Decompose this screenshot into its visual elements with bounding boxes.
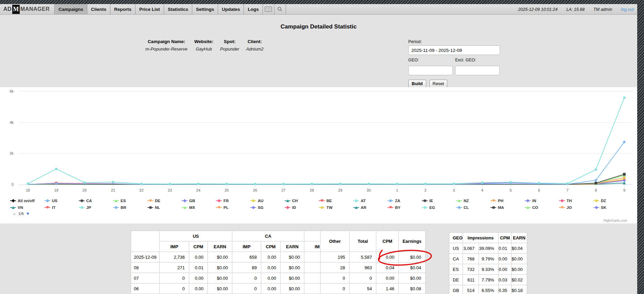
chart-point[interactable] [169, 183, 171, 185]
search-button[interactable] [274, 4, 286, 14]
geo-cell: US [449, 243, 463, 254]
diamond-marker-icon [389, 199, 392, 202]
chart-point[interactable] [623, 173, 626, 176]
chart-point[interactable] [424, 182, 427, 185]
legend-item-at[interactable]: AT [353, 198, 388, 203]
tab-updates[interactable]: Updates [218, 4, 244, 14]
legend-item-br[interactable]: BR [113, 204, 147, 210]
value-cell: 9.79% [479, 254, 498, 264]
legend-item-in[interactable]: IN [525, 198, 559, 203]
legend-item-ma[interactable]: MA [490, 204, 525, 210]
legend-label: SG [258, 205, 264, 210]
legend-item-de[interactable]: DE [147, 198, 182, 203]
legend-line [319, 207, 325, 208]
legend-item-pl[interactable]: PL [216, 204, 250, 210]
chart-point[interactable] [509, 181, 512, 183]
chart-point[interactable] [311, 183, 313, 185]
chart-point[interactable] [55, 168, 57, 170]
legend-page-down-icon[interactable]: ▼ [26, 211, 30, 216]
legend-item-jo[interactable]: JO [559, 204, 593, 210]
legend-item-vn[interactable]: VN [10, 204, 44, 210]
diamond-marker-icon [183, 199, 186, 202]
chart-point[interactable] [27, 182, 29, 185]
legend-item-ar[interactable]: AR [353, 204, 388, 210]
la-value: LA: 15.68 [566, 7, 585, 12]
period-input[interactable] [408, 45, 500, 55]
legend-item-th[interactable]: TH [559, 198, 593, 203]
chart-point[interactable] [566, 182, 569, 185]
build-button[interactable]: Build [408, 80, 426, 87]
chart-point[interactable] [481, 181, 483, 184]
value-cell: 0.01 [498, 243, 511, 254]
tab-reports[interactable]: Reports [110, 4, 136, 14]
legend-item-ch[interactable]: CH [285, 198, 319, 203]
legend-line [319, 200, 325, 201]
legend-item-fr[interactable]: FR [216, 198, 250, 203]
value-cell: 0 [232, 273, 261, 283]
legend-item-cl[interactable]: CL [456, 204, 490, 210]
legend-item-ca[interactable]: CA [79, 198, 113, 203]
legend-item-tw[interactable]: TW [319, 204, 353, 210]
chart-point[interactable] [538, 182, 540, 184]
table-row: DE6117.79%0.03$0.02 [449, 275, 527, 285]
chart-point[interactable] [595, 169, 597, 171]
legend-item-it[interactable]: IT [44, 204, 79, 210]
chart-point[interactable] [254, 183, 256, 185]
legend-item-mx[interactable]: MX [182, 204, 216, 210]
chart-point[interactable] [339, 182, 341, 185]
legend-item-nl[interactable]: NL [147, 204, 182, 210]
legend-item-nz[interactable]: NZ [456, 198, 490, 203]
legend-page-up-icon[interactable]: ▲ [12, 211, 16, 216]
legend-item-ph[interactable]: PH [490, 198, 525, 203]
chart-point[interactable] [282, 183, 285, 185]
chart-point[interactable] [140, 182, 143, 185]
legend-item-sk[interactable]: SK [593, 204, 628, 210]
chart-point[interactable] [453, 182, 455, 185]
legend-item-jp[interactable]: JP [79, 204, 113, 210]
legend-item-sg[interactable]: SG [250, 204, 285, 210]
legend-item-us[interactable]: US [44, 198, 79, 203]
value-cell: 0.00 [498, 254, 511, 264]
chart-point[interactable] [368, 182, 370, 185]
legend-item-za[interactable]: ZA [388, 198, 422, 203]
reset-button[interactable]: Reset [429, 80, 448, 87]
legend-item-by[interactable]: BY [388, 204, 422, 210]
tab-campaigns[interactable]: Campaigns [54, 4, 87, 14]
legend-item-eg[interactable]: EG [422, 204, 456, 210]
legend-line [182, 207, 187, 208]
chart-point[interactable] [197, 182, 199, 185]
legend-item-be[interactable]: BE [319, 198, 353, 203]
chart-point[interactable] [623, 96, 626, 99]
y-axis-label: 6k [10, 89, 14, 93]
circle-marker-icon [80, 206, 83, 209]
chart-point[interactable] [594, 182, 597, 184]
tab-statistics[interactable]: Statistics [164, 4, 192, 14]
tab-logs[interactable]: Logs [244, 4, 263, 14]
legend-item-dz[interactable]: DZ [593, 198, 628, 203]
chart-point[interactable] [226, 183, 228, 185]
value-cell: 963 [350, 262, 376, 273]
value-cell: 0.01 [189, 262, 208, 273]
tab-price-list[interactable]: Price List [136, 4, 164, 14]
legend-line [422, 207, 428, 208]
legend-item-es[interactable]: ES [113, 198, 147, 203]
legend-item-all-on-off[interactable]: All on/off [10, 198, 44, 203]
geo-cell: DE [449, 275, 463, 285]
chart-point[interactable] [112, 181, 114, 183]
highcharts-credits[interactable]: Highcharts.com [604, 219, 627, 222]
legend-item-ie[interactable]: IE [422, 198, 456, 203]
tab-settings[interactable]: Settings [192, 4, 218, 14]
logout-link[interactable]: log out [621, 7, 634, 12]
keyboard-button[interactable] [263, 4, 274, 14]
legend-item-gb[interactable]: GB [182, 198, 216, 203]
excl-geo-input[interactable] [455, 66, 500, 75]
chart-point[interactable] [84, 181, 86, 184]
legend-item-id[interactable]: ID [285, 204, 319, 210]
chart-point[interactable] [396, 183, 398, 185]
info-value: GayHub [194, 46, 213, 52]
legend-item-au[interactable]: AU [250, 198, 285, 203]
geo-input[interactable] [408, 66, 453, 75]
geo-label: GEO: [408, 58, 453, 62]
tab-clients[interactable]: Clients [87, 4, 110, 14]
legend-item-co[interactable]: CO [525, 204, 559, 210]
